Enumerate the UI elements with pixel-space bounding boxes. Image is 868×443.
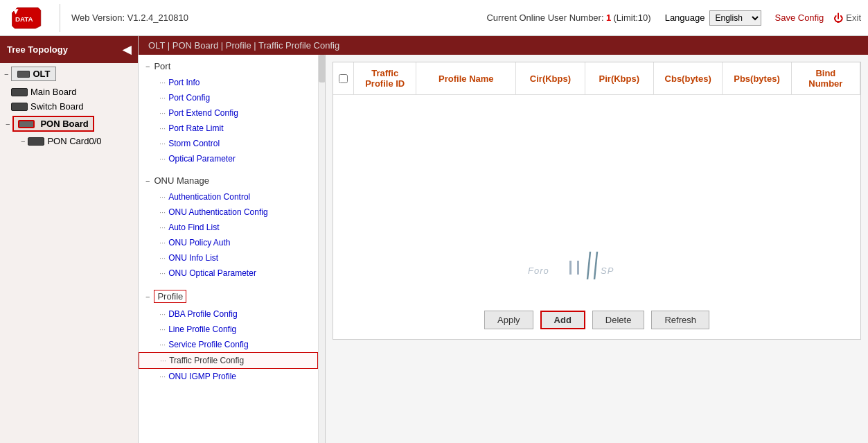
dots-icon: ··· — [159, 254, 166, 262]
poncard-device-icon — [28, 137, 44, 146]
user-info: Current Online User Number: 1 (Limit:10) — [486, 12, 650, 23]
mainboard-label: Main Board — [30, 87, 76, 97]
menu-item-optical-param[interactable]: ···Optical Parameter — [139, 151, 318, 166]
exit-label: Exit — [846, 12, 861, 23]
profile-section-header[interactable]: − Profile — [139, 286, 318, 306]
th-traffic-profile-id: Traffic Profile ID — [354, 62, 416, 94]
olt-expand-icon: − — [4, 70, 8, 78]
breadcrumb-olt[interactable]: OLT — [148, 40, 165, 51]
breadcrumb-current: Traffic Profile Config — [258, 40, 339, 51]
sidebar-title: Tree Topology — [7, 44, 68, 55]
port-section-header[interactable]: − Port — [139, 58, 318, 75]
ponboard-badge[interactable]: PON Board — [12, 116, 94, 132]
th-pbs: Pbs(bytes) — [723, 62, 791, 94]
left-menu: − Port ···Port Info ···Port Config ···Po… — [139, 55, 319, 443]
svg-line-4 — [587, 252, 590, 279]
menu-item-onu-policy[interactable]: ···ONU Policy Auth — [139, 235, 318, 250]
breadcrumb: OLT | PON Board | Profile | Traffic Prof… — [139, 36, 868, 55]
breadcrumb-ponboard[interactable]: PON Board — [172, 40, 218, 51]
action-bar: Apply Add Delete Refresh — [333, 301, 860, 339]
dots-icon: ··· — [159, 310, 166, 318]
menu-item-auto-find[interactable]: ···Auto Find List — [139, 220, 318, 235]
watermark-text: Foro SP — [528, 247, 666, 287]
profile-section: − Profile ···DBA Profile Config ···Line … — [139, 284, 318, 387]
delete-button[interactable]: Delete — [592, 311, 645, 329]
collapse-arrow-icon: ◀ — [123, 43, 131, 56]
menu-item-onu-optical[interactable]: ···ONU Optical Parameter — [139, 266, 318, 281]
dots-icon: ··· — [159, 78, 166, 87]
th-cbs: Cbs(bytes) — [654, 62, 723, 94]
port-section: − Port ···Port Info ···Port Config ···Po… — [139, 55, 318, 169]
poncard-expand-icon: − — [21, 137, 25, 146]
onu-section-header[interactable]: − ONU Manage — [139, 172, 318, 189]
olt-badge[interactable]: OLT — [11, 67, 56, 81]
table-body — [333, 95, 860, 220]
svg-text:SP: SP — [601, 266, 614, 276]
refresh-button[interactable]: Refresh — [651, 311, 709, 329]
ponboard-device-icon — [18, 120, 35, 128]
menu-item-onu-igmp[interactable]: ···ONU IGMP Profile — [139, 369, 318, 384]
onu-section: − ONU Manage ···Authentication Control ·… — [139, 169, 318, 284]
watermark: Foro SP — [333, 220, 860, 301]
svg-text:Foro: Foro — [528, 266, 549, 276]
menu-item-storm[interactable]: ···Storm Control — [139, 136, 318, 151]
dots-icon: ··· — [159, 208, 166, 216]
olt-row[interactable]: − OLT — [0, 63, 138, 85]
menu-item-dba-profile[interactable]: ···DBA Profile Config — [139, 306, 318, 322]
menu-item-port-extend[interactable]: ···Port Extend Config — [139, 105, 318, 121]
table-header: Traffic Profile ID Profile Name Cir(Kbps… — [333, 62, 860, 95]
onu-section-label: ONU Manage — [154, 175, 209, 186]
svg-line-5 — [594, 252, 597, 279]
th-checkbox[interactable] — [333, 62, 354, 94]
menu-item-port-info[interactable]: ···Port Info — [139, 75, 318, 90]
select-all-checkbox[interactable] — [339, 74, 348, 83]
sidebar-item-switchboard[interactable]: Switch Board — [0, 99, 138, 114]
switchboard-label: Switch Board — [30, 101, 84, 112]
language-label: Language — [665, 12, 705, 23]
sidebar-item-poncard[interactable]: − PON Card0/0 — [0, 134, 138, 148]
main-content: Traffic Profile ID Profile Name Cir(Kbps… — [326, 55, 868, 443]
mainboard-device-icon — [11, 88, 28, 96]
svg-text:DATA: DATA — [15, 15, 33, 23]
traffic-profile-table: Traffic Profile ID Profile Name Cir(Kbps… — [333, 62, 861, 340]
sidebar-item-ponboard[interactable]: − PON Board — [0, 114, 138, 134]
apply-button[interactable]: Apply — [484, 311, 533, 329]
olt-label: OLT — [33, 69, 50, 79]
dots-icon: ··· — [159, 223, 166, 232]
content-area: OLT | PON Board | Profile | Traffic Prof… — [139, 36, 868, 443]
add-button[interactable]: Add — [540, 311, 585, 329]
menu-item-port-rate[interactable]: ···Port Rate Limit — [139, 121, 318, 136]
breadcrumb-profile[interactable]: Profile — [226, 40, 251, 51]
right-panel: − Port ···Port Info ···Port Config ···Po… — [139, 55, 868, 443]
dots-icon: ··· — [159, 193, 166, 201]
breadcrumb-sep2: | — [221, 40, 226, 51]
scroll-thumb[interactable] — [319, 55, 326, 82]
switchboard-device-icon — [11, 103, 28, 111]
dots-icon: ··· — [159, 340, 166, 349]
power-icon: ⏻ — [833, 12, 843, 24]
menu-item-onu-auth-config[interactable]: ···ONU Authentication Config — [139, 205, 318, 220]
save-config-link[interactable]: Save Config — [775, 12, 824, 23]
menu-item-service-profile[interactable]: ···Service Profile Config — [139, 337, 318, 352]
th-profile-name: Profile Name — [416, 62, 516, 94]
menu-item-onu-info[interactable]: ···ONU Info List — [139, 250, 318, 266]
dots-icon: ··· — [159, 372, 166, 381]
port-expand-icon: − — [145, 62, 150, 71]
ponboard-expand-icon: − — [6, 120, 10, 128]
dots-icon: ··· — [159, 269, 166, 277]
sidebar-item-mainboard[interactable]: Main Board — [0, 85, 138, 99]
menu-item-line-profile[interactable]: ···Line Profile Config — [139, 322, 318, 337]
menu-item-traffic-profile[interactable]: ···Traffic Profile Config — [139, 352, 318, 369]
scroll-track[interactable] — [319, 55, 326, 443]
sidebar-header[interactable]: Tree Topology ◀ — [0, 36, 138, 63]
menu-item-auth-control[interactable]: ···Authentication Control — [139, 189, 318, 205]
port-section-label: Port — [154, 61, 170, 71]
olt-device-icon — [17, 71, 30, 78]
menu-item-port-config[interactable]: ···Port Config — [139, 90, 318, 105]
profile-expand-icon: − — [145, 293, 150, 301]
dots-icon: ··· — [159, 139, 166, 148]
exit-button[interactable]: ⏻ Exit — [833, 12, 861, 24]
language-select[interactable]: English Chinese — [709, 10, 761, 26]
sidebar: Tree Topology ◀ − OLT Main Board Switch … — [0, 36, 139, 443]
th-cir: Cir(Kbps) — [516, 62, 585, 94]
